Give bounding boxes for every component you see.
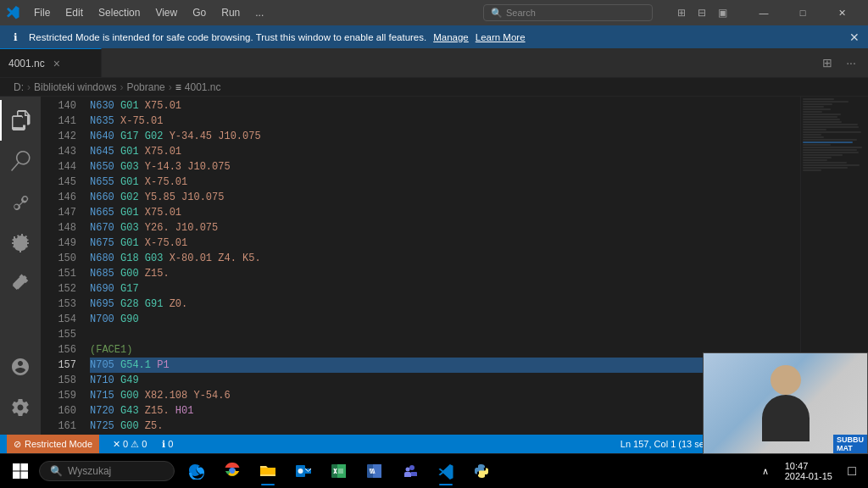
restricted-mode-bar: ℹ Restricted Mode is intended for safe c… bbox=[0, 25, 868, 48]
code-line-148: N670 G03 Y26. J10.075 bbox=[90, 220, 800, 236]
activity-bottom bbox=[0, 347, 41, 435]
info-count: 0 bbox=[168, 439, 173, 449]
menu-view[interactable]: View bbox=[148, 3, 184, 22]
svg-point-7 bbox=[406, 468, 410, 472]
close-button[interactable]: ✕ bbox=[822, 0, 861, 25]
tab-actions: ⊞ ··· bbox=[817, 48, 868, 77]
code-line-156: (FACE1) bbox=[90, 342, 800, 358]
layout-btn-2[interactable]: ⊟ bbox=[693, 4, 710, 21]
status-left: ✕ 0 ⚠ 0 ℹ 0 bbox=[109, 439, 176, 450]
layout-btn-3[interactable]: ▣ bbox=[714, 4, 731, 21]
taskbar-outlook[interactable] bbox=[287, 455, 320, 487]
info-icon: ℹ bbox=[162, 439, 165, 450]
breadcrumb-sep-1: › bbox=[27, 81, 31, 93]
taskbar-word[interactable] bbox=[358, 455, 392, 487]
tab-bar: 4001.nc × ⊞ ··· bbox=[0, 48, 868, 78]
menu-selection[interactable]: Selection bbox=[92, 3, 147, 22]
warning-count: 0 bbox=[142, 439, 147, 449]
code-line-147: N665 G01 X75.01 bbox=[90, 205, 800, 220]
code-line-159: N715 G00 X82.108 Y-54.6 bbox=[90, 388, 800, 403]
taskbar-chrome[interactable] bbox=[215, 455, 249, 487]
breadcrumb-file[interactable]: 4001.nc bbox=[185, 81, 221, 93]
infobar-text: Restricted Mode is intended for safe cod… bbox=[29, 32, 426, 42]
activity-accounts[interactable] bbox=[0, 347, 41, 387]
windows-start-button[interactable] bbox=[3, 455, 37, 487]
code-line-153: N695 G28 G91 Z0. bbox=[90, 297, 800, 312]
more-actions-button[interactable]: ··· bbox=[841, 53, 861, 73]
code-line-146: N660 G02 Y5.85 J10.075 bbox=[90, 190, 800, 205]
editor-content[interactable]: N630 G01 X75.01N635 X-75.01N640 G17 G02 … bbox=[83, 97, 800, 435]
taskbar-search-icon: 🔍 bbox=[50, 465, 63, 477]
taskbar-right: ∧ 10:47 2024-01-15 □ bbox=[753, 455, 865, 487]
restricted-icon: ⊘ bbox=[14, 439, 21, 450]
menu-file[interactable]: File bbox=[27, 3, 57, 22]
menu-edit[interactable]: Edit bbox=[58, 3, 90, 22]
taskbar-search-label: Wyszukaj bbox=[68, 465, 111, 477]
activity-source-control[interactable] bbox=[0, 181, 41, 222]
activity-settings[interactable] bbox=[0, 387, 41, 428]
editor-gutter: 1401411421431441451461471481491501511521… bbox=[41, 97, 83, 435]
svg-point-6 bbox=[409, 465, 415, 470]
breadcrumb-icon: ≡ bbox=[175, 81, 181, 93]
person-image bbox=[760, 365, 811, 441]
svg-point-3 bbox=[298, 469, 303, 474]
code-line-140: N630 G01 X75.01 bbox=[90, 98, 800, 114]
vscode-icon bbox=[7, 6, 20, 19]
code-line-149: N675 G01 X-75.01 bbox=[90, 236, 800, 251]
error-icon: ✕ bbox=[113, 439, 120, 450]
error-count: 0 bbox=[123, 439, 128, 449]
breadcrumb-pobrane[interactable]: Pobrane bbox=[126, 81, 164, 93]
minimize-button[interactable]: — bbox=[744, 0, 783, 25]
code-line-162: N730 G01 Z4. F333. bbox=[90, 434, 800, 435]
breadcrumb-drive[interactable]: D: bbox=[14, 81, 24, 93]
restricted-label: Restricted Mode bbox=[25, 439, 92, 449]
taskbar-tray[interactable]: ∧ bbox=[753, 455, 778, 487]
infobar-close[interactable]: ✕ bbox=[849, 30, 860, 44]
person-body bbox=[762, 395, 810, 441]
menu-go[interactable]: Go bbox=[186, 3, 213, 22]
taskbar-edge[interactable] bbox=[180, 455, 214, 487]
maximize-button[interactable]: □ bbox=[783, 0, 822, 25]
warning-icon: ⚠ bbox=[131, 439, 139, 450]
breadcrumb-biblioteki[interactable]: Biblioteki windows bbox=[34, 81, 116, 93]
code-line-143: N645 G01 X75.01 bbox=[90, 144, 800, 159]
code-line-150: N680 G18 G03 X-80.01 Z4. K5. bbox=[90, 251, 800, 266]
window-controls: — □ ✕ bbox=[744, 0, 861, 25]
webcam-overlay: SUBBUMAT bbox=[703, 352, 868, 454]
taskbar-explorer[interactable] bbox=[251, 455, 285, 487]
menu-bar: File Edit Selection View Go Run ... bbox=[27, 3, 476, 22]
learn-more-link[interactable]: Learn More bbox=[476, 32, 526, 42]
menu-run[interactable]: Run bbox=[214, 3, 247, 22]
manage-link[interactable]: Manage bbox=[433, 32, 469, 42]
taskbar-notification-btn[interactable]: □ bbox=[839, 455, 865, 487]
code-line-145: N655 G01 X-75.01 bbox=[90, 175, 800, 190]
taskbar-search[interactable]: 🔍 Wyszukaj bbox=[39, 461, 175, 481]
title-search[interactable]: 🔍 Search bbox=[483, 4, 653, 21]
menu-more[interactable]: ... bbox=[248, 3, 270, 22]
taskbar-python[interactable] bbox=[465, 455, 498, 487]
code-line-161: N725 G00 Z5. bbox=[90, 419, 800, 434]
status-info[interactable]: ℹ 0 bbox=[159, 439, 176, 450]
layout-btn-1[interactable]: ⊞ bbox=[673, 4, 690, 21]
taskbar-excel[interactable] bbox=[322, 455, 356, 487]
activity-explorer[interactable] bbox=[0, 100, 41, 141]
restricted-mode-status[interactable]: ⊘ Restricted Mode bbox=[7, 435, 99, 453]
taskbar-teams[interactable] bbox=[393, 455, 427, 487]
code-line-141: N635 X-75.01 bbox=[90, 114, 800, 129]
tab-close-button[interactable]: × bbox=[53, 57, 60, 70]
subbumat-badge: SUBBUMAT bbox=[833, 435, 867, 453]
activity-search[interactable] bbox=[0, 141, 41, 181]
code-line-151: N685 G00 Z15. bbox=[90, 266, 800, 281]
activity-debug[interactable] bbox=[0, 222, 41, 263]
split-editor-button[interactable]: ⊞ bbox=[817, 53, 837, 73]
tab-filename: 4001.nc bbox=[8, 58, 45, 69]
code-line-144: N650 G03 Y-14.3 J10.075 bbox=[90, 159, 800, 175]
taskbar-vscode[interactable] bbox=[429, 455, 463, 487]
code-line-142: N640 G17 G02 Y-34.45 J10.075 bbox=[90, 129, 800, 144]
code-line-157: N705 G54.1 P1 bbox=[90, 358, 800, 373]
titlebar: File Edit Selection View Go Run ... 🔍 Se… bbox=[0, 0, 868, 25]
activity-extensions[interactable] bbox=[0, 263, 41, 303]
status-errors[interactable]: ✕ 0 ⚠ 0 bbox=[109, 439, 150, 450]
tab-4001nc[interactable]: 4001.nc × bbox=[0, 48, 102, 77]
activity-bar bbox=[0, 97, 41, 435]
